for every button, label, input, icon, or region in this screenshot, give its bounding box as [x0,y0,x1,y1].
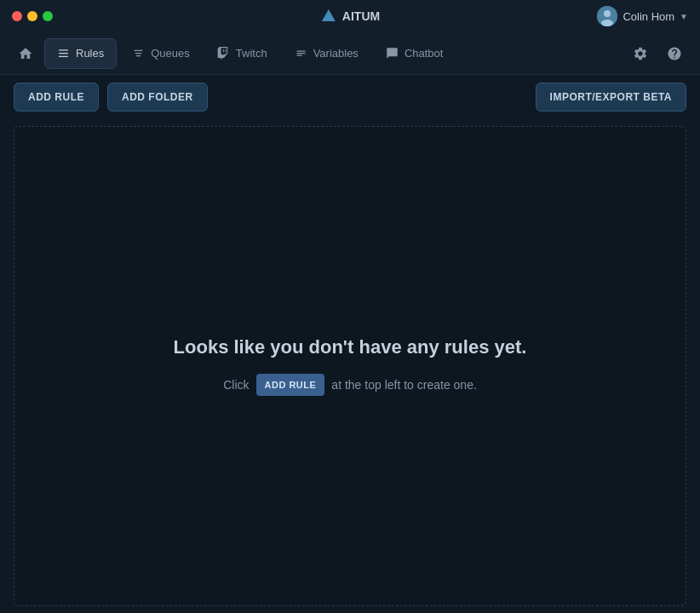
add-rule-button[interactable]: ADD RULE [14,83,99,112]
avatar [597,6,617,26]
empty-subtitle-post: at the top left to create one. [331,378,476,392]
add-rule-inline-label: ADD RULE [265,380,317,390]
svg-rect-5 [59,53,68,54]
tab-twitch[interactable]: Twitch [205,38,279,69]
tab-queues[interactable]: Queues [120,38,202,69]
app-name-label: AITUM [342,9,380,23]
add-folder-button[interactable]: ADD FOLDER [107,83,208,112]
add-rule-label: ADD RULE [28,91,84,103]
user-section[interactable]: Colin Hom ▼ [597,6,688,26]
tab-chatbot[interactable]: Chatbot [374,38,456,69]
svg-rect-6 [59,56,68,57]
settings-button[interactable] [625,38,656,69]
user-name-label: Colin Hom [623,10,674,23]
svg-rect-4 [59,49,68,50]
svg-point-2 [604,10,611,17]
empty-subtitle-pre: Click [223,378,249,392]
traffic-lights [12,11,53,21]
variables-icon [295,47,307,60]
titlebar: AITUM Colin Hom ▼ [0,0,700,32]
gear-icon [633,46,648,61]
tab-variables[interactable]: Variables [283,38,370,69]
toolbar: ADD RULE ADD FOLDER IMPORT/EXPORT BETA [0,75,700,119]
empty-state-subtitle: Click ADD RULE at the top left to create… [223,374,477,396]
chatbot-icon [386,47,399,60]
home-icon [18,46,33,61]
help-icon [667,46,682,61]
titlebar-left [12,11,53,21]
help-button[interactable] [659,38,690,69]
add-rule-inline-button[interactable]: ADD RULE [256,374,325,396]
rules-icon [57,47,70,60]
svg-rect-8 [223,49,224,52]
aitum-logo-icon [320,8,337,25]
twitch-icon [217,47,230,60]
main-content-area: Looks like you don't have any rules yet.… [14,126,686,606]
tab-variables-label: Variables [313,47,359,60]
tab-chatbot-label: Chatbot [405,47,444,60]
queues-icon [132,47,145,60]
add-folder-label: ADD FOLDER [122,91,193,103]
tab-rules[interactable]: Rules [44,38,117,69]
home-button[interactable] [10,38,41,69]
svg-point-3 [601,20,613,26]
svg-rect-7 [225,49,226,52]
navbar: Rules Queues Twitch Variables Chatbot [0,32,700,75]
tab-twitch-label: Twitch [236,47,267,60]
chevron-down-icon: ▼ [680,12,688,21]
tab-queues-label: Queues [151,47,190,60]
import-export-button[interactable]: IMPORT/EXPORT BETA [536,83,686,112]
app-title: AITUM [320,8,380,25]
tab-rules-label: Rules [76,47,104,60]
empty-state-title: Looks like you don't have any rules yet. [174,336,527,358]
svg-marker-0 [322,9,336,21]
maximize-button[interactable] [43,11,53,21]
close-button[interactable] [12,11,22,21]
minimize-button[interactable] [27,11,37,21]
import-export-label: IMPORT/EXPORT BETA [550,91,672,103]
